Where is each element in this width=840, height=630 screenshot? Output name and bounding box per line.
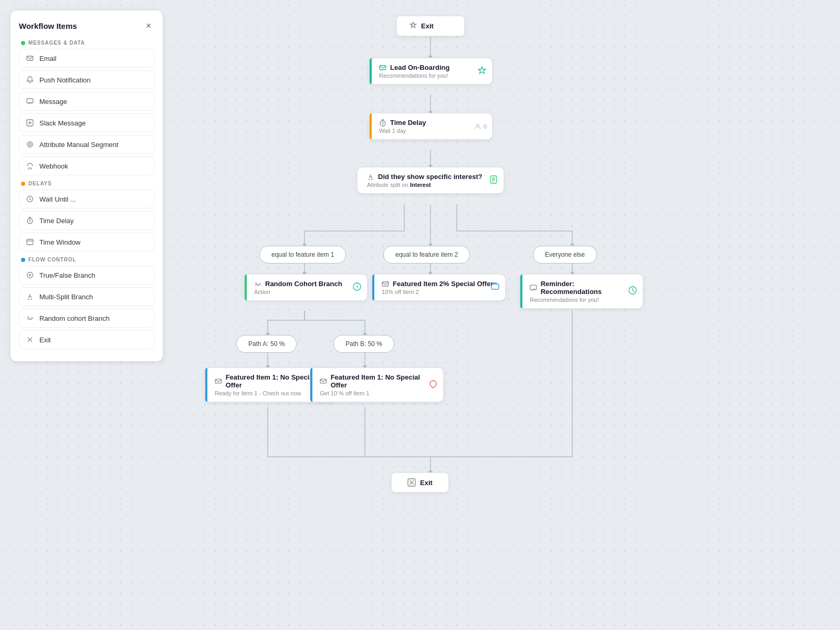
svg-point-4 bbox=[29, 143, 31, 145]
lead-onboarding-node[interactable]: Lead On-Boarding Recommendations for you… bbox=[369, 58, 492, 85]
lead-sub: Recommendations for you! bbox=[379, 72, 485, 79]
sidebar-item-email[interactable]: Email bbox=[19, 49, 154, 68]
message-icon bbox=[26, 97, 34, 106]
time-delay-node[interactable]: Time Delay Wait 1 day 0 bbox=[369, 113, 492, 140]
interest-action-icon[interactable] bbox=[489, 175, 498, 186]
exit-icon bbox=[407, 478, 416, 487]
section-dot-orange bbox=[21, 182, 25, 186]
svg-rect-0 bbox=[27, 56, 33, 60]
exit-node[interactable]: Exit bbox=[391, 472, 449, 492]
cohort-accent bbox=[245, 275, 247, 300]
sidebar-item-push[interactable]: Push Notification bbox=[19, 70, 154, 89]
fno2-action-icon[interactable] bbox=[428, 379, 438, 391]
featured-no-offer2-node[interactable]: Featured Item 1: No Special Offer Get 10… bbox=[310, 368, 444, 402]
branch1-node[interactable]: equal to feature item 1 bbox=[259, 246, 346, 264]
random-icon bbox=[26, 314, 34, 322]
cohort-title: Random Cohort Branch bbox=[265, 280, 342, 288]
branch1-label: equal to feature item 1 bbox=[271, 251, 334, 258]
fno2-sub: Get 10 % off Item 1 bbox=[320, 390, 436, 396]
fno2-icon bbox=[320, 377, 327, 385]
connector-lines bbox=[178, 0, 808, 620]
svg-rect-23 bbox=[380, 66, 386, 70]
svg-rect-29 bbox=[491, 284, 499, 289]
sidebar: Workflow Items × MESSAGES & DATA Email P… bbox=[10, 10, 163, 361]
clock-icon bbox=[26, 195, 34, 203]
fi2-accent bbox=[372, 275, 374, 300]
svg-rect-1 bbox=[27, 99, 33, 103]
fi2-title: Featured Item 2% Special Offer bbox=[393, 280, 493, 288]
delay-count: 0 bbox=[475, 123, 487, 130]
delay-accent bbox=[370, 113, 372, 139]
trigger-node[interactable]: Exit bbox=[396, 16, 465, 36]
target-icon bbox=[26, 140, 34, 149]
reminder-icon bbox=[530, 284, 537, 291]
section-flow-label: FLOW CONTROL bbox=[21, 257, 154, 262]
reminder-node[interactable]: Reminder: Recommendations Recommendation… bbox=[520, 274, 643, 309]
cohort-icon bbox=[254, 280, 261, 288]
svg-rect-32 bbox=[215, 379, 222, 383]
close-button[interactable]: × bbox=[143, 20, 154, 32]
sidebar-item-wait-until[interactable]: Wait Until ... bbox=[19, 190, 154, 208]
x-icon bbox=[26, 335, 34, 344]
sidebar-item-multi-split[interactable]: Multi-Split Branch bbox=[19, 287, 154, 306]
sidebar-item-time-delay[interactable]: Time Delay bbox=[19, 211, 154, 230]
lead-accent bbox=[370, 58, 372, 84]
canvas-inner: Exit Lead On-Boarding Recommendations fo… bbox=[178, 0, 808, 620]
fi2-action-icon[interactable] bbox=[490, 282, 500, 293]
path-a-label: Path A: 50 % bbox=[248, 340, 285, 348]
svg-rect-7 bbox=[27, 239, 33, 245]
trigger-icon bbox=[410, 22, 417, 30]
lead-title: Lead On-Boarding bbox=[390, 64, 449, 71]
featured-item2-node[interactable]: Featured Item 2% Special Offer 10% off I… bbox=[372, 274, 506, 301]
webhook-icon bbox=[26, 162, 34, 170]
trigger-label: Exit bbox=[421, 22, 434, 30]
sidebar-item-webhook[interactable]: Webhook bbox=[19, 156, 154, 175]
interest-sub: Attribute split on Interest bbox=[367, 182, 496, 188]
interest-split-node[interactable]: Did they show specific interest? Attribu… bbox=[357, 167, 504, 194]
branch2-node[interactable]: equal to feature item 2 bbox=[383, 246, 470, 264]
sidebar-item-slack[interactable]: Slack Message bbox=[19, 113, 154, 132]
fno1-icon bbox=[215, 377, 222, 385]
path-a-node[interactable]: Path A: 50 % bbox=[236, 335, 297, 353]
sidebar-item-random-cohort[interactable]: Random cohort Branch bbox=[19, 309, 154, 328]
svg-rect-28 bbox=[382, 282, 388, 286]
cohort-sub: Action bbox=[254, 289, 360, 295]
reminder-sub: Recommendations for you! bbox=[530, 297, 635, 303]
lead-action-icon[interactable] bbox=[477, 66, 487, 77]
delay-sub: Wait 1 day bbox=[379, 128, 485, 134]
reminder-title: Reminder: Recommendations bbox=[541, 280, 635, 296]
window-icon bbox=[26, 238, 34, 246]
fi2-sub: 10% off Item 2 bbox=[382, 289, 498, 295]
reminder-accent bbox=[520, 275, 522, 308]
sidebar-title: Workflow Items bbox=[19, 22, 77, 30]
section-delays-label: DELAYS bbox=[21, 181, 154, 186]
random-cohort-node[interactable]: Random Cohort Branch Action bbox=[244, 274, 368, 301]
path-b-label: Path B: 50 % bbox=[345, 340, 382, 348]
clock-node-icon bbox=[379, 119, 386, 127]
svg-rect-33 bbox=[320, 379, 327, 383]
split-icon bbox=[26, 292, 34, 301]
time-delay-icon bbox=[26, 216, 34, 225]
section-dot-green bbox=[21, 41, 25, 45]
sidebar-item-true-false[interactable]: True/False Branch bbox=[19, 266, 154, 285]
fno2-title: Featured Item 1: No Special Offer bbox=[331, 373, 436, 389]
fi2-icon bbox=[382, 280, 389, 288]
interest-title: Did they show specific interest? bbox=[378, 173, 482, 181]
branch2-label: equal to feature item 2 bbox=[395, 251, 458, 258]
split-node-icon bbox=[367, 173, 374, 181]
reminder-action-icon[interactable] bbox=[628, 286, 637, 297]
sidebar-item-exit[interactable]: Exit bbox=[19, 330, 154, 349]
delay-title: Time Delay bbox=[390, 119, 426, 127]
branch3-label: Everyone else bbox=[545, 251, 585, 258]
exit-label: Exit bbox=[420, 479, 433, 487]
bell-icon bbox=[26, 76, 34, 84]
path-b-node[interactable]: Path B: 50 % bbox=[333, 335, 394, 353]
sidebar-item-message[interactable]: Message bbox=[19, 92, 154, 111]
branch3-node[interactable]: Everyone else bbox=[533, 246, 597, 264]
sidebar-header: Workflow Items × bbox=[19, 20, 154, 32]
email-icon bbox=[26, 54, 34, 62]
sidebar-item-time-window[interactable]: Time Window bbox=[19, 233, 154, 251]
section-dot-blue bbox=[21, 258, 25, 262]
sidebar-item-attribute[interactable]: Attribute Manual Segment bbox=[19, 135, 154, 154]
cohort-action-icon[interactable] bbox=[352, 282, 362, 293]
